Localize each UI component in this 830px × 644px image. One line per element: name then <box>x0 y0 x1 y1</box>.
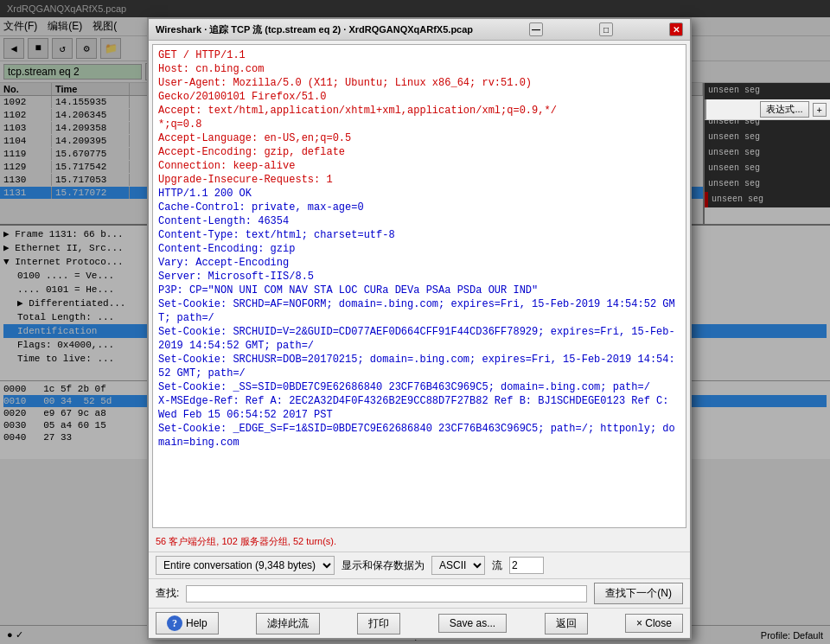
http-line: Host: cn.bing.com <box>158 62 680 76</box>
dialog-search-row: 查找: 查找下一个(N) <box>149 578 690 608</box>
back-btn[interactable]: 返回 <box>545 613 588 634</box>
dialog-footer: ? Help 滤掉此流 打印 Save as... 返回 × Close <box>149 608 690 638</box>
help-btn[interactable]: ? Help <box>156 612 219 634</box>
http-line: Upgrade-Insecure-Requests: 1 <box>158 173 680 187</box>
dialog-overlay: Wireshark · 追踪 TCP 流 (tcp.stream eq 2) ·… <box>0 0 830 644</box>
http-line: GET / HTTP/1.1 <box>158 48 680 62</box>
add-expression-btn[interactable]: + <box>813 103 827 117</box>
http-line: Vary: Accept-Encoding <box>158 256 680 270</box>
help-icon: ? <box>167 615 182 631</box>
http-line: Connection: keep-alive <box>158 159 680 173</box>
http-line: Set-Cookie: _EDGE_S=F=1&SID=0BDE7C9E6268… <box>158 422 680 450</box>
http-line: Cache-Control: private, max-age=0 <box>158 201 680 214</box>
display-label: 显示和保存数据为 <box>342 558 425 573</box>
http-line: Gecko/20100101 Firefox/51.0 <box>158 90 680 104</box>
http-line: Set-Cookie: SRCHUSR=DOB=20170215; domain… <box>158 353 680 380</box>
save-as-btn[interactable]: Save as... <box>438 614 507 633</box>
http-line: P3P: CP="NON UNI COM NAV STA LOC CURa DE… <box>158 284 680 297</box>
http-line: Accept-Language: en-US,en;q=0.5 <box>158 131 680 145</box>
search-label: 查找: <box>156 586 179 601</box>
http-line: Content-Type: text/html; charset=utf-8 <box>158 228 680 242</box>
http-line: User-Agent: Mozilla/5.0 (X11; Ubuntu; Li… <box>158 76 680 90</box>
dialog-title: Wireshark · 追踪 TCP 流 (tcp.stream eq 2) ·… <box>156 23 473 36</box>
http-line: Accept-Encoding: gzip, deflate <box>158 145 680 159</box>
find-next-btn[interactable]: 查找下一个(N) <box>594 583 683 604</box>
maximize-btn[interactable]: □ <box>599 22 613 36</box>
http-line: Server: Microsoft-IIS/8.5 <box>158 270 680 284</box>
print-btn[interactable]: 打印 <box>357 613 400 634</box>
minimize-btn[interactable]: — <box>529 22 543 36</box>
http-line: Set-Cookie: _SS=SID=0BDE7C9E62686840 23C… <box>158 380 680 394</box>
conversation-select[interactable]: Entire conversation (9,348 bytes) <box>156 556 335 575</box>
close-btn[interactable]: × Close <box>625 614 683 633</box>
http-line: X-MSEdge-Ref: Ref A: 2EC2A32D4F0F4326B2E… <box>158 394 680 422</box>
stream-number-input[interactable] <box>509 557 544 574</box>
http-line: HTTP/1.1 200 OK <box>158 187 680 201</box>
tcp-stream-dialog: Wireshark · 追踪 TCP 流 (tcp.stream eq 2) ·… <box>147 17 692 640</box>
display-format-select[interactable]: ASCII <box>431 556 485 575</box>
expression-btn[interactable]: 表达式... <box>760 101 808 118</box>
dialog-content: GET / HTTP/1.1Host: cn.bing.comUser-Agen… <box>152 44 686 528</box>
http-line: Set-Cookie: SRCHD=AF=NOFORM; domain=.bin… <box>158 297 680 325</box>
http-line: *;q=0.8 <box>158 118 680 131</box>
dialog-titlebar: Wireshark · 追踪 TCP 流 (tcp.stream eq 2) ·… <box>149 19 690 41</box>
search-input[interactable] <box>186 585 587 603</box>
dialog-controls: Entire conversation (9,348 bytes) 显示和保存数… <box>149 552 690 578</box>
http-line: Content-Encoding: gzip <box>158 242 680 256</box>
dialog-stats: 56 客户端分组, 102 服务器分组, 52 turn(s). <box>149 532 690 552</box>
stream-label: 流 <box>492 558 502 573</box>
http-line: Set-Cookie: SRCHUID=V=2&GUID=CD077AEF0D6… <box>158 325 680 353</box>
filter-stream-btn[interactable]: 滤掉此流 <box>256 613 320 634</box>
dialog-close-btn[interactable]: ✕ <box>669 22 683 36</box>
http-line: Content-Length: 46354 <box>158 214 680 228</box>
http-line: Accept: text/html,application/xhtml+xml,… <box>158 104 680 118</box>
